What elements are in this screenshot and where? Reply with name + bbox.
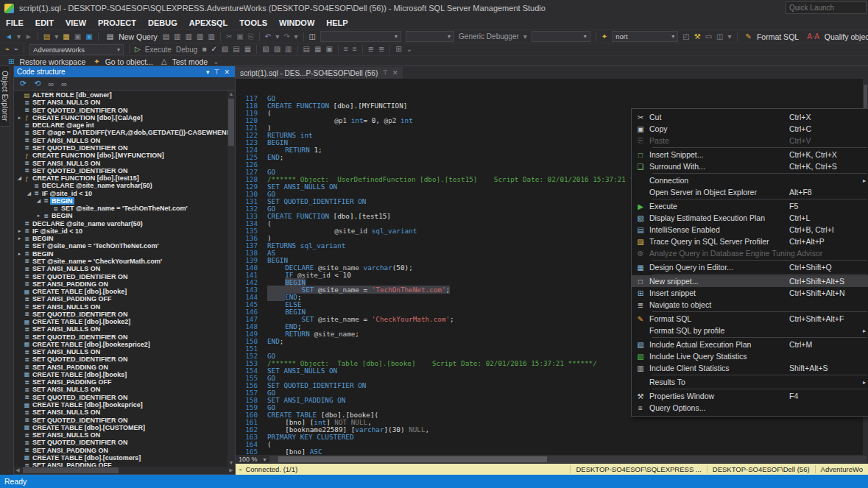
pin-icon[interactable]: ⊤	[212, 68, 222, 76]
copy-icon[interactable]: ▣	[234, 32, 245, 42]
tree-item[interactable]: ≣SET @site_name = 'TechOnTheNet.com'	[14, 242, 227, 250]
toolbox-icon[interactable]: ▭	[703, 32, 714, 42]
menu-item-properties-window[interactable]: ⚒Properties WindowF4	[632, 390, 868, 402]
tree-item[interactable]: ≣SET ANSI_NULLS ON	[14, 325, 227, 333]
save-icon[interactable]: ▣	[72, 32, 83, 42]
menu-item-query-options[interactable]: ≡Query Options...	[632, 402, 868, 414]
tree-item[interactable]: ≣SET ANSI_NULLS ON	[14, 409, 227, 416]
code-line[interactable]: 163PRIMARY KEY CLUSTERED	[236, 434, 868, 441]
tree-item[interactable]: ≣SET ANSI_PADDING OFF	[14, 378, 227, 386]
scrollbar-thumb[interactable]	[23, 467, 119, 473]
menu-project[interactable]: PROJECT	[92, 16, 142, 29]
collapse-arrow-icon[interactable]: ▸	[16, 115, 23, 121]
generic-debugger-dropdown-icon[interactable]: ▾	[521, 32, 529, 42]
menu-item-open-server-in-object-explorer[interactable]: Open Server in Object ExplorerAlt+F8	[632, 186, 868, 198]
close-icon[interactable]: ✕	[222, 68, 232, 76]
results-text-icon[interactable]: ▤	[301, 44, 312, 54]
tree-item[interactable]: ≣SET @site_name = 'TechOnTheNet.com'	[14, 205, 227, 212]
results-grid-icon[interactable]: ▦	[312, 44, 323, 54]
menu-item-cut[interactable]: ✂CutCtrl+X	[632, 111, 868, 123]
unlink-icon[interactable]: ∞	[57, 79, 71, 88]
tree-item[interactable]: ◢≣BEGIN	[14, 197, 227, 205]
menu-window[interactable]: WINDOW	[273, 16, 320, 29]
menu-item-connection[interactable]: Connection▸	[632, 174, 868, 186]
uncomment-icon[interactable]: ≡	[350, 44, 359, 54]
nav-back-icon[interactable]: ◄	[3, 32, 15, 42]
pin-icon[interactable]: ⊤	[382, 69, 388, 77]
debug-label[interactable]: Debug	[174, 46, 200, 54]
paste-icon[interactable]: ⎘	[246, 32, 256, 42]
redo-icon[interactable]: ↷	[281, 32, 292, 42]
live-stats-icon[interactable]: ▨	[272, 44, 283, 54]
indent-icon[interactable]: ≣	[376, 44, 387, 54]
menu-edit[interactable]: EDIT	[29, 16, 60, 29]
tree-item[interactable]: ≣SET ANSI_NULLS ON	[14, 137, 227, 144]
menu-item-format-sql[interactable]: ✎Format SQLCtrl+Shift+Alt+F	[632, 313, 868, 325]
collapse-arrow-icon[interactable]: ▸	[16, 236, 23, 241]
tree-item[interactable]: ≣SET QUOTED_IDENTIFIER ON	[14, 394, 227, 401]
display-settings-icon[interactable]: ◰	[680, 32, 691, 42]
tree-item[interactable]: ≣SET QUOTED_IDENTIFIER ON	[14, 356, 227, 363]
scrollbar-thumb[interactable]	[278, 456, 547, 462]
tree-item[interactable]: ≣DECLARE @age int	[14, 121, 227, 129]
new-file-dropdown-icon[interactable]: ▾	[52, 32, 60, 42]
tree-item[interactable]: ≣SET @age = DATEDIFF(YEAR,@dob,GETDATE()…	[14, 129, 227, 136]
menu-item-include-client-statistics[interactable]: ▥Include Client StatisticsShift+Alt+S	[632, 362, 868, 374]
generic-debugger-label[interactable]: Generic Debugger	[456, 32, 521, 40]
refresh-current-icon[interactable]: ⟲	[30, 79, 44, 88]
new-file-icon[interactable]: ▤	[41, 32, 52, 42]
comment-icon[interactable]: ≡	[342, 44, 350, 54]
dmx-query-icon[interactable]: ▥	[194, 32, 205, 42]
tree-item[interactable]: ◢ƒCREATE FUNCTION [dbo].[test15]	[14, 174, 227, 182]
tree-item[interactable]: ≣DECLARE @site_name varchar(50)	[14, 182, 227, 189]
close-icon[interactable]: ✕	[392, 69, 398, 77]
panel-dropdown-icon[interactable]: ▾	[204, 68, 212, 76]
scrollbar-thumb[interactable]	[228, 99, 234, 146]
tree-item[interactable]: ▸≣IF @site_id < 10	[14, 227, 227, 235]
scroll-down-icon[interactable]: ▼	[227, 459, 235, 467]
expand-arrow-icon[interactable]: ◢	[26, 191, 32, 197]
new-db-query-icon[interactable]: ▤	[160, 32, 172, 42]
menu-item-format-sql-by-profile[interactable]: Format SQL by profile▸	[632, 325, 868, 336]
stop-icon[interactable]: ■	[200, 44, 208, 54]
code-line[interactable]: 165 [bno] ASC	[236, 448, 868, 455]
client-stats-icon[interactable]: ▥	[283, 44, 294, 54]
tree-item[interactable]: ≣SET QUOTED_IDENTIFIER ON	[14, 167, 227, 174]
menu-item-execute[interactable]: ▶ExecuteF5	[632, 200, 868, 212]
link-icon[interactable]: ∞	[44, 79, 57, 88]
menu-file[interactable]: FILE	[0, 16, 29, 29]
tree-item[interactable]: ≣SET QUOTED_IDENTIFIER ON	[14, 416, 227, 423]
menu-item-insert-snippet[interactable]: □Insert Snippet...Ctrl+K, Ctrl+X	[632, 149, 868, 160]
tree-item[interactable]: ▸≣BEGIN	[14, 250, 227, 258]
tree-item[interactable]: ≣SET QUOTED_IDENTIFIER ON	[14, 311, 227, 318]
tree-item[interactable]: ◢≣IF @site_id < 10	[14, 189, 227, 197]
open-file-icon[interactable]: ▦	[60, 32, 71, 42]
expand-arrow-icon[interactable]: ◢	[35, 198, 42, 204]
tree-horizontal-scrollbar[interactable]: ◀ ▶	[14, 467, 235, 474]
collapse-arrow-icon[interactable]: ▸	[16, 251, 23, 257]
database-combo[interactable]: AdventureWorks▾	[29, 44, 124, 55]
activity-monitor-icon[interactable]: ◫	[307, 32, 318, 42]
code-structure-header[interactable]: Code structure ▾ ⊤ ✕	[14, 66, 235, 77]
tree-item[interactable]: ≣SET ANSI_NULLS ON	[14, 386, 227, 393]
collapse-arrow-icon[interactable]: ▸	[35, 213, 42, 219]
document-tab[interactable]: script(1).sql - DES...P-SO4ESOF\Dell (56…	[236, 67, 403, 79]
menu-item-results-to[interactable]: Results To▸	[632, 376, 868, 388]
menu-item-intellisense-enabled[interactable]: ▤IntelliSense EnabledCtrl+B, Ctrl+I	[632, 224, 868, 236]
menu-item-trace-query-in-sql-server-profiler[interactable]: ▨Trace Query in SQL Server ProfilerCtrl+…	[632, 236, 868, 247]
tree-item[interactable]: ≣SET ANSI_NULLS ON	[14, 159, 227, 166]
tree-item[interactable]: ƒCREATE FUNCTION [dbo].[MYFUNCTION]	[14, 152, 227, 159]
tree-item[interactable]: ≣SET ANSI_PADDING ON	[14, 280, 227, 288]
tree-item[interactable]: ≣SET ANSI_NULLS ON	[14, 303, 227, 310]
connect-icon[interactable]: ⌁	[3, 44, 12, 54]
scroll-left-icon[interactable]: ◀	[14, 467, 21, 474]
tree-item[interactable]: ≣DECLARE @site_name varchar(50)	[14, 220, 227, 227]
undo-dropdown-icon[interactable]: ▾	[273, 32, 281, 42]
tree-item[interactable]: ▤ALTER ROLE [db_owner]	[14, 91, 227, 99]
menu-item-insert-snippet[interactable]: ⊞Insert snippetCtrl+Shift+Alt+N	[632, 287, 868, 299]
analysis-query-icon[interactable]: ▥	[172, 32, 183, 42]
quick-launch-input[interactable]	[786, 1, 867, 14]
menu-item-display-estimated-execution-plan[interactable]: ▧Display Estimated Execution PlanCtrl+L	[632, 212, 868, 224]
tree-item[interactable]: ≣SET ANSI_NULLS ON	[14, 265, 227, 272]
tree-item[interactable]: ▦CREATE TABLE [dbo].[customers]	[14, 454, 227, 462]
